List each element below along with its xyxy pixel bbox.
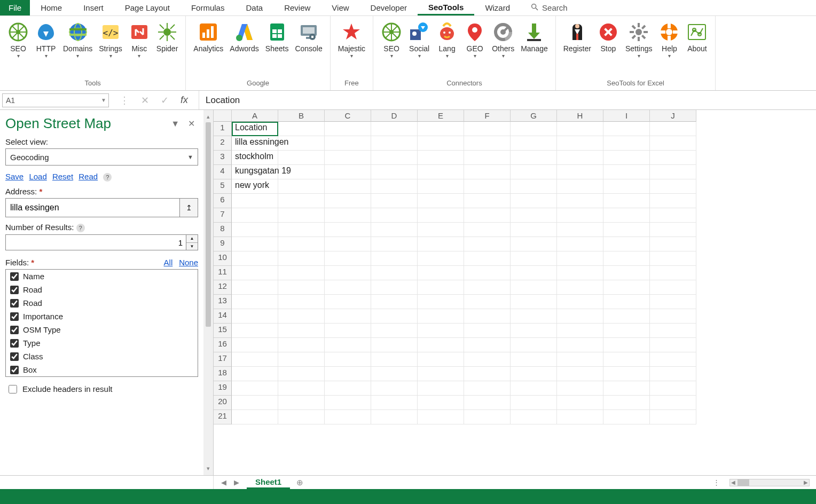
cell-G18[interactable] — [511, 367, 557, 381]
cell-D2[interactable] — [371, 136, 418, 151]
column-header-F[interactable]: F — [464, 110, 511, 122]
cell-J17[interactable] — [650, 352, 696, 367]
cell-E9[interactable] — [418, 237, 464, 251]
cell-A16[interactable] — [232, 338, 278, 352]
cell-I17[interactable] — [603, 352, 650, 367]
cell-B7[interactable] — [278, 208, 325, 223]
cell-B14[interactable] — [278, 309, 325, 324]
ribbon-others-button[interactable]: Others▾ — [489, 19, 517, 61]
cell-G9[interactable] — [511, 237, 557, 251]
cell-D1[interactable] — [371, 122, 418, 136]
cell-G7[interactable] — [511, 208, 557, 223]
cell-E14[interactable] — [418, 309, 464, 324]
cell-C2[interactable] — [325, 136, 371, 151]
column-header-D[interactable]: D — [371, 110, 418, 122]
formula-input[interactable]: Location — [199, 91, 816, 109]
row-header-11[interactable]: 11 — [214, 266, 232, 280]
cell-E17[interactable] — [418, 352, 464, 367]
cell-B13[interactable] — [278, 295, 325, 309]
field-checkbox-importance[interactable] — [10, 312, 19, 321]
tab-view[interactable]: View — [321, 0, 359, 15]
cell-A2[interactable]: lilla essningen — [232, 136, 278, 151]
cell-C3[interactable] — [325, 151, 371, 165]
cell-C21[interactable] — [325, 410, 371, 424]
fields-none-link[interactable]: None — [179, 258, 198, 267]
cell-H5[interactable] — [557, 179, 603, 194]
row-header-14[interactable]: 14 — [214, 309, 232, 324]
cell-A14[interactable] — [232, 309, 278, 324]
cell-F14[interactable] — [464, 309, 511, 324]
range-picker-button[interactable]: ↥ — [179, 199, 198, 217]
cell-D16[interactable] — [371, 338, 418, 352]
cell-A13[interactable] — [232, 295, 278, 309]
cell-I6[interactable] — [603, 194, 650, 208]
fx-icon[interactable]: fx — [181, 94, 188, 106]
cell-G12[interactable] — [511, 280, 557, 295]
cell-J11[interactable] — [650, 266, 696, 280]
column-header-C[interactable]: C — [325, 110, 371, 122]
cell-B1[interactable] — [278, 122, 325, 136]
column-header-J[interactable]: J — [650, 110, 696, 122]
cell-B17[interactable] — [278, 352, 325, 367]
cell-A10[interactable] — [232, 251, 278, 266]
cell-J21[interactable] — [650, 410, 696, 424]
cell-F6[interactable] — [464, 194, 511, 208]
cell-I7[interactable] — [603, 208, 650, 223]
cell-E3[interactable] — [418, 151, 464, 165]
cell-B3[interactable] — [278, 151, 325, 165]
cell-G21[interactable] — [511, 410, 557, 424]
cell-A21[interactable] — [232, 410, 278, 424]
tab-data[interactable]: Data — [235, 0, 273, 15]
cell-F1[interactable] — [464, 122, 511, 136]
cell-D6[interactable] — [371, 194, 418, 208]
cell-D5[interactable] — [371, 179, 418, 194]
cell-F3[interactable] — [464, 151, 511, 165]
cell-I1[interactable] — [603, 122, 650, 136]
tab-file[interactable]: File — [0, 0, 30, 15]
cell-A8[interactable] — [232, 223, 278, 237]
cell-H14[interactable] — [557, 309, 603, 324]
cancel-icon[interactable]: ✕ — [141, 94, 149, 106]
cell-E19[interactable] — [418, 381, 464, 396]
cell-G5[interactable] — [511, 179, 557, 194]
cell-D17[interactable] — [371, 352, 418, 367]
cell-H3[interactable] — [557, 151, 603, 165]
cell-I2[interactable] — [603, 136, 650, 151]
ribbon-social-button[interactable]: Social▾ — [405, 19, 433, 61]
cell-C16[interactable] — [325, 338, 371, 352]
more-icon[interactable]: ⋮ — [120, 94, 129, 106]
cell-G16[interactable] — [511, 338, 557, 352]
load-link[interactable]: Load — [29, 172, 46, 181]
cell-D10[interactable] — [371, 251, 418, 266]
cell-A3[interactable]: stockholm — [232, 151, 278, 165]
ribbon-strings-button[interactable]: Strings▾ — [96, 19, 125, 61]
row-header-10[interactable]: 10 — [214, 251, 232, 266]
cell-E21[interactable] — [418, 410, 464, 424]
cell-A19[interactable] — [232, 381, 278, 396]
cell-I8[interactable] — [603, 223, 650, 237]
cell-B9[interactable] — [278, 237, 325, 251]
cell-I13[interactable] — [603, 295, 650, 309]
cell-J19[interactable] — [650, 381, 696, 396]
column-header-E[interactable]: E — [418, 110, 464, 122]
address-input[interactable] — [6, 199, 179, 217]
cell-B11[interactable] — [278, 266, 325, 280]
cell-D8[interactable] — [371, 223, 418, 237]
add-sheet-button[interactable]: ⊕ — [290, 476, 309, 489]
cell-C8[interactable] — [325, 223, 371, 237]
row-header-16[interactable]: 16 — [214, 338, 232, 352]
cell-C10[interactable] — [325, 251, 371, 266]
cell-D9[interactable] — [371, 237, 418, 251]
cell-F7[interactable] — [464, 208, 511, 223]
cell-G10[interactable] — [511, 251, 557, 266]
cell-F12[interactable] — [464, 280, 511, 295]
ribbon-misc-button[interactable]: Misc▾ — [125, 19, 153, 61]
tab-home[interactable]: Home — [30, 0, 73, 15]
column-header-H[interactable]: H — [557, 110, 603, 122]
row-header-20[interactable]: 20 — [214, 396, 232, 410]
cell-B12[interactable] — [278, 280, 325, 295]
scrollbar-thumb[interactable] — [206, 122, 211, 327]
cell-I12[interactable] — [603, 280, 650, 295]
exclude-headers-checkbox[interactable] — [9, 385, 17, 393]
cell-D12[interactable] — [371, 280, 418, 295]
